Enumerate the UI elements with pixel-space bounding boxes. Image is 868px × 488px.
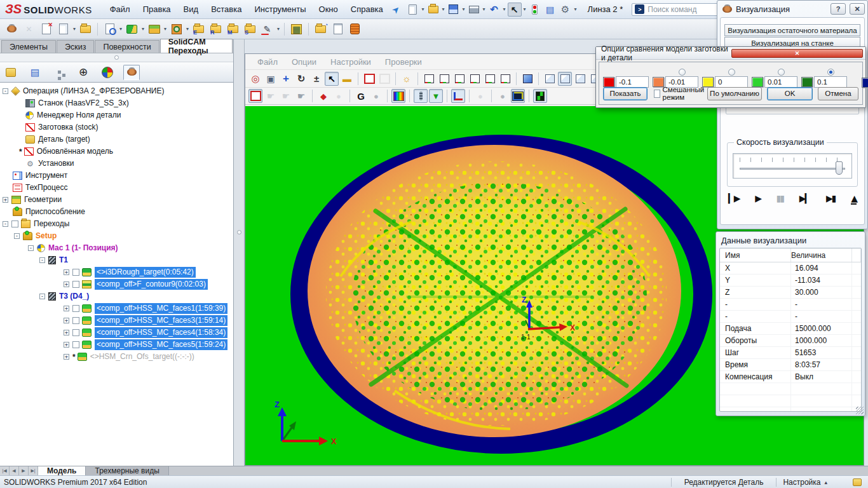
- view-front-icon[interactable]: [422, 72, 436, 86]
- zoom-dynamic-icon[interactable]: [309, 72, 323, 86]
- tree-row[interactable]: -Mac 1 (1- Позиция): [0, 242, 233, 254]
- save-icon[interactable]: [447, 3, 461, 17]
- tree-checkbox[interactable]: [11, 220, 18, 227]
- sim-menu-item-4[interactable]: Проверки: [379, 56, 428, 68]
- edit-pen-icon[interactable]: [259, 21, 275, 37]
- light-icon[interactable]: [400, 72, 414, 86]
- solidcam-manager-tab-icon[interactable]: [123, 65, 140, 80]
- menu-item-7[interactable]: Справка: [344, 2, 390, 17]
- target-display-icon[interactable]: [316, 89, 330, 103]
- solidcam-home-icon[interactable]: [4, 21, 20, 37]
- expand-box-icon[interactable]: +: [64, 306, 69, 311]
- display-manager-tab-icon[interactable]: [99, 65, 116, 80]
- collapse-box-icon[interactable]: -: [3, 88, 8, 94]
- trimetric-view-icon[interactable]: [573, 72, 587, 86]
- tree-checkbox[interactable]: [72, 317, 79, 324]
- tree-row[interactable]: Деталь (target): [0, 133, 233, 146]
- menu-item-4[interactable]: Вставка: [205, 2, 248, 17]
- dialog-titlebar[interactable]: Опции сравнения модели заготовки и детал…: [596, 47, 865, 60]
- tree-row[interactable]: +<comp_off>F_contour9(0:02:03): [0, 278, 233, 290]
- threshold-radio-5[interactable]: [827, 69, 834, 76]
- solid-display-icon[interactable]: [362, 72, 376, 86]
- select-arrow-icon[interactable]: [508, 3, 522, 17]
- splitter-handle-icon[interactable]: [237, 230, 241, 234]
- tree-row[interactable]: ТехПроцесс: [0, 182, 233, 194]
- tree-row[interactable]: +Геометрии: [0, 194, 233, 206]
- calculator-icon[interactable]: [288, 21, 304, 37]
- threshold-radio-3[interactable]: [728, 69, 735, 76]
- expand-box-icon[interactable]: +: [64, 281, 69, 287]
- collapse-box-icon[interactable]: -: [39, 294, 45, 299]
- stock-box-icon[interactable]: [168, 21, 184, 37]
- tree-row[interactable]: Приспособление: [0, 206, 233, 218]
- show-tool-icon[interactable]: [414, 89, 428, 103]
- collapse-box-icon[interactable]: -: [3, 221, 8, 227]
- tree-row[interactable]: +*<>HSM_Crn_Ofs_target((-:-:-)): [0, 351, 233, 363]
- settings-gear-icon[interactable]: [559, 3, 573, 17]
- feature-tree-tab-icon[interactable]: [3, 65, 19, 80]
- etable-folder-icon[interactable]: E: [191, 21, 207, 37]
- nav-first-icon[interactable]: |◀: [0, 466, 10, 475]
- gouge-check-icon[interactable]: [496, 89, 510, 103]
- show-button[interactable]: Показать: [603, 87, 648, 100]
- menu-item-5[interactable]: Инструменты: [248, 2, 312, 17]
- pin-icon[interactable]: ➤: [390, 3, 402, 16]
- configuration-manager-tab-icon[interactable]: [51, 65, 67, 80]
- machine-monitor-icon[interactable]: [533, 89, 547, 103]
- recent-files-icon[interactable]: ◔: [313, 21, 329, 37]
- visualization-panel-header[interactable]: Визуализация ? ✕: [717, 1, 867, 17]
- model-tab-1[interactable]: Модель: [38, 466, 86, 475]
- hold-icon[interactable]: [294, 89, 308, 103]
- ok-button[interactable]: OK: [767, 87, 813, 100]
- tree-row[interactable]: *Обновлённая модель: [0, 146, 233, 158]
- close-button[interactable]: ✕: [850, 3, 865, 15]
- chevron-down-icon[interactable]: ▾: [142, 26, 144, 32]
- collapse-box-icon[interactable]: -: [39, 257, 45, 263]
- view-bottom-icon[interactable]: [498, 72, 512, 86]
- pan-icon[interactable]: [279, 72, 293, 86]
- chevron-down-icon[interactable]: ▾: [73, 26, 76, 32]
- isometric-view-icon[interactable]: [543, 72, 557, 86]
- close-document-icon[interactable]: [38, 21, 54, 37]
- tree-row[interactable]: -T3 (D4_): [0, 290, 233, 302]
- search-command-icon[interactable]: >: [635, 4, 644, 14]
- chevron-down-icon[interactable]: ▾: [277, 26, 280, 32]
- speed-slider[interactable]: [733, 153, 852, 179]
- view-right-icon[interactable]: [468, 72, 482, 86]
- pause-button[interactable]: ▮▮: [776, 193, 783, 203]
- new-cam-part-icon[interactable]: [55, 21, 71, 37]
- tree-row[interactable]: +<comp_off>HSS_MC_faces1(1:59:39): [0, 302, 233, 315]
- options-list-icon[interactable]: [543, 3, 557, 17]
- stock-display-icon[interactable]: [248, 89, 262, 103]
- chevron-down-icon[interactable]: ▾: [186, 26, 189, 32]
- expand-box-icon[interactable]: +: [64, 269, 69, 275]
- step-button[interactable]: ▶▮: [826, 193, 835, 203]
- tree-row[interactable]: +<comp_off>HSS_MC_faces3(1:59:14): [0, 315, 233, 327]
- default-button[interactable]: По умолчанию: [707, 87, 762, 100]
- data-panel-header[interactable]: Данные визуализации: [716, 232, 865, 248]
- new-document-icon[interactable]: [405, 3, 419, 17]
- menu-item-3[interactable]: Вид: [177, 2, 205, 17]
- residual-material-button[interactable]: Визуализация остаточного материала: [724, 24, 860, 36]
- open-document-icon[interactable]: [426, 3, 440, 17]
- tree-row[interactable]: +<comp_off>HSS_MC_faces4(1:58:34): [0, 327, 233, 339]
- tree-checkbox[interactable]: [72, 305, 79, 312]
- tree-row[interactable]: Менеджер Ноля детали: [0, 109, 233, 121]
- compare-colors-icon[interactable]: [391, 89, 405, 103]
- view-left-icon[interactable]: [452, 72, 466, 86]
- tab-1[interactable]: Элементы: [1, 40, 56, 53]
- help-button[interactable]: ?: [831, 3, 846, 15]
- tab-2[interactable]: Эскиз: [57, 40, 94, 53]
- tab-4[interactable]: SolidCAM Переходы: [160, 39, 233, 53]
- select-cursor-icon[interactable]: [325, 72, 339, 86]
- tree-row[interactable]: -T1: [0, 254, 233, 266]
- threshold-radio-4[interactable]: [778, 69, 785, 76]
- expand-box-icon[interactable]: +: [64, 354, 69, 360]
- expand-box-icon[interactable]: +: [64, 330, 69, 336]
- menu-item-2[interactable]: Правка: [137, 2, 177, 17]
- color-swatch-6[interactable]: [862, 78, 868, 88]
- mixed-mode-option[interactable]: Смешанный режим: [654, 86, 707, 101]
- dialog-close-icon[interactable]: ✕: [731, 49, 863, 58]
- status-lights-icon[interactable]: [528, 3, 542, 17]
- expand-box-icon[interactable]: +: [64, 342, 69, 348]
